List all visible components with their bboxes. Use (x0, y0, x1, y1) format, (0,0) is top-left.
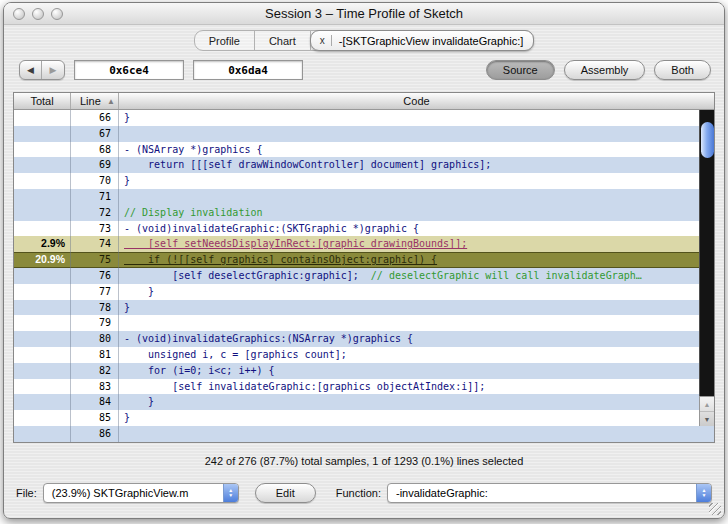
zoom-button[interactable] (51, 8, 63, 20)
total-cell (14, 157, 71, 173)
sort-ascending-icon: ▲ (107, 97, 115, 106)
code-text: } (124, 286, 154, 297)
code-cell: [self invalidateGraphic:[graphics object… (119, 379, 714, 395)
line-number-cell: 70 (71, 173, 119, 189)
code-cell (119, 315, 714, 331)
code-text: [self invalidateGraphic:[graphics object… (124, 381, 485, 392)
code-text: unsigned i, c = [graphics count]; (124, 349, 347, 360)
table-header: Total Line ▲ Code (14, 93, 714, 110)
column-header-total[interactable]: Total (14, 93, 71, 109)
code-cell: for (i=0; i<c; i++) { (119, 363, 714, 379)
code-cell: } (119, 173, 714, 189)
column-header-line-label: Line (80, 95, 101, 107)
table-row[interactable]: 83 [self invalidateGraphic:[graphics obj… (14, 379, 714, 395)
line-number-cell: 86 (71, 426, 119, 442)
edit-button[interactable]: Edit (255, 483, 316, 503)
table-row[interactable]: 85} (14, 410, 714, 426)
scroll-up-button[interactable]: ▲ (700, 397, 714, 412)
code-text: - (void)invalidateGraphics:(NSArray *)gr… (124, 333, 413, 344)
scrollbar-thumb[interactable] (701, 122, 714, 158)
code-cell: [self setNeedsDisplayInRect:[graphic dra… (119, 236, 714, 252)
forward-button[interactable]: ▶ (42, 61, 64, 79)
tab-chart[interactable]: Chart (255, 31, 311, 50)
table-row[interactable]: 80- (void)invalidateGraphics:(NSArray *)… (14, 331, 714, 347)
tab-group: Profile Chart x -[SKTGraphicView invalid… (194, 30, 535, 51)
line-number-cell: 69 (71, 157, 119, 173)
table-row[interactable]: 86 (14, 426, 714, 442)
line-number-cell: 77 (71, 284, 119, 300)
code-cell: } (119, 300, 714, 316)
table-row[interactable]: 82 for (i=0; i<c; i++) { (14, 363, 714, 379)
back-button[interactable]: ◀ (20, 61, 42, 79)
total-cell (14, 410, 71, 426)
address-end-field[interactable] (193, 60, 303, 80)
table-row[interactable]: 20.9%75 if (![[self graphics] containsOb… (14, 252, 714, 268)
assembly-button[interactable]: Assembly (564, 60, 646, 80)
total-cell (14, 126, 71, 142)
table-row[interactable]: 67 (14, 126, 714, 142)
total-cell (14, 363, 71, 379)
code-table: Total Line ▲ Code 66}6768- (NSArray *)gr… (13, 92, 715, 443)
table-row[interactable]: 81 unsigned i, c = [graphics count]; (14, 347, 714, 363)
table-row[interactable]: 76 [self deselectGraphic:graphic]; // de… (14, 268, 714, 284)
line-number-cell: 84 (71, 394, 119, 410)
function-popup[interactable]: -invalidateGraphic: ▲ ▼ (387, 483, 712, 503)
table-body: 66}6768- (NSArray *)graphics {69 return … (14, 110, 714, 442)
line-number-cell: 82 (71, 363, 119, 379)
vertical-scrollbar[interactable] (699, 110, 714, 396)
code-cell: // Display invalidation (119, 205, 714, 221)
line-number-cell: 71 (71, 189, 119, 205)
tab-close-icon[interactable]: x (316, 35, 332, 46)
both-button[interactable]: Both (654, 60, 711, 80)
line-number-cell: 75 (71, 252, 119, 268)
tab-profile[interactable]: Profile (195, 31, 255, 50)
code-cell (119, 426, 714, 442)
table-row[interactable]: 84 } (14, 394, 714, 410)
window-title: Session 3 – Time Profile of Sketch (265, 6, 463, 21)
code-text: } (124, 412, 130, 423)
table-row[interactable]: 78} (14, 300, 714, 316)
tab-active-function[interactable]: x -[SKTGraphicView invalidateGraphic:] (310, 30, 534, 51)
file-label: File: (16, 487, 37, 499)
file-popup-value: (23.9%) SKTGraphicView.m (44, 484, 223, 502)
column-header-line[interactable]: Line ▲ (71, 93, 119, 109)
code-comment-text: // Display invalidation (124, 207, 262, 218)
code-cell: unsigned i, c = [graphics count]; (119, 347, 714, 363)
line-number-cell: 73 (71, 221, 119, 237)
table-row[interactable]: 72// Display invalidation (14, 205, 714, 221)
resize-grip-icon[interactable] (709, 503, 721, 515)
table-row[interactable]: 71 (14, 189, 714, 205)
total-cell (14, 426, 71, 442)
source-button[interactable]: Source (486, 60, 555, 80)
code-text: return [[[self drawWindowController] doc… (124, 159, 491, 170)
table-row[interactable]: 73- (void)invalidateGraphic:(SKTGraphic … (14, 221, 714, 237)
scroll-down-button[interactable]: ▼ (700, 412, 714, 427)
popup-down-glyph: ▼ (228, 493, 233, 498)
code-text: for (i=0; i<c; i++) { (124, 365, 275, 376)
table-row[interactable]: 66} (14, 110, 714, 126)
code-cell: - (void)invalidateGraphics:(NSArray *)gr… (119, 331, 714, 347)
table-row[interactable]: 2.9%74 [self setNeedsDisplayInRect:[grap… (14, 236, 714, 252)
close-button[interactable] (13, 8, 25, 20)
line-number-cell: 68 (71, 142, 119, 158)
table-row[interactable]: 77 } (14, 284, 714, 300)
code-cell: } (119, 284, 714, 300)
code-cell: if (![[self graphics] containsObject:gra… (119, 252, 714, 268)
table-row[interactable]: 68- (NSArray *)graphics { (14, 142, 714, 158)
column-header-code[interactable]: Code (119, 93, 714, 109)
address-start-field[interactable] (74, 60, 184, 80)
code-cell: return [[[self drawWindowController] doc… (119, 157, 714, 173)
total-cell (14, 205, 71, 221)
table-row[interactable]: 70} (14, 173, 714, 189)
code-text: } (124, 396, 154, 407)
file-popup[interactable]: (23.9%) SKTGraphicView.m ▲ ▼ (43, 483, 239, 503)
code-text: } (124, 302, 130, 313)
total-cell (14, 268, 71, 284)
total-cell (14, 300, 71, 316)
line-number-cell: 67 (71, 126, 119, 142)
table-row[interactable]: 79 (14, 315, 714, 331)
minimize-button[interactable] (32, 8, 44, 20)
line-number-cell: 78 (71, 300, 119, 316)
table-row[interactable]: 69 return [[[self drawWindowController] … (14, 157, 714, 173)
titlebar[interactable]: Session 3 – Time Profile of Sketch (4, 3, 724, 25)
